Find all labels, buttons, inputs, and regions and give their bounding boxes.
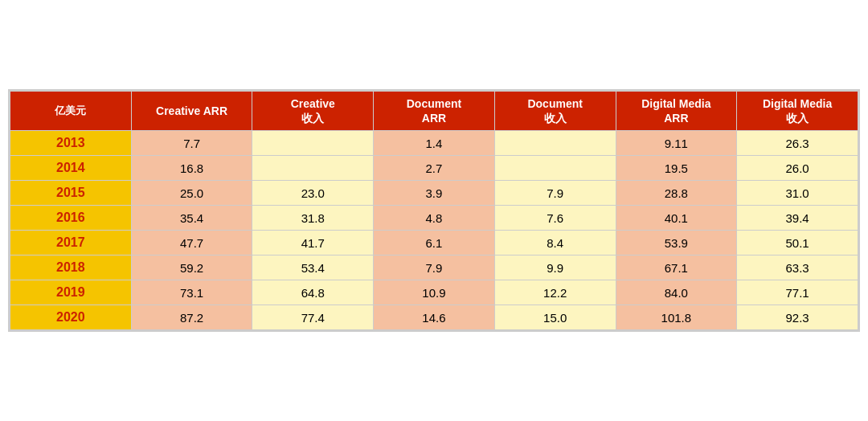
header-doc-arr: Document ARR: [374, 91, 495, 130]
data-cell: 10.9: [374, 280, 495, 305]
table-row: 201525.023.03.97.928.831.0: [10, 181, 858, 206]
data-cell: 3.9: [374, 181, 495, 206]
data-cell: 39.4: [737, 206, 858, 231]
year-cell: 2018: [10, 255, 132, 280]
table-row: 201747.741.76.18.453.950.1: [10, 231, 858, 255]
data-cell: [252, 156, 374, 181]
year-cell: 2020: [10, 305, 132, 330]
data-cell: 67.1: [616, 255, 737, 280]
data-cell: 25.0: [131, 181, 252, 206]
table-row: 201416.82.719.526.0: [10, 156, 858, 181]
year-cell: 2019: [10, 280, 132, 305]
data-cell: 4.8: [374, 206, 495, 231]
data-cell: 28.8: [616, 181, 737, 206]
data-cell: 12.2: [494, 280, 616, 305]
data-cell: 9.9: [494, 255, 616, 280]
data-cell: 41.7: [252, 231, 374, 255]
year-cell: 2014: [10, 156, 132, 181]
data-cell: 63.3: [737, 255, 858, 280]
data-cell: 59.2: [131, 255, 252, 280]
data-cell: 16.8: [131, 156, 252, 181]
data-cell: 9.11: [616, 131, 737, 156]
year-cell: 2015: [10, 181, 132, 206]
data-cell: 64.8: [252, 280, 374, 305]
header-unit: 亿美元: [10, 91, 132, 130]
header-creative-arr: Creative ARR: [131, 91, 252, 130]
data-cell: 53.4: [252, 255, 374, 280]
data-cell: 15.0: [494, 305, 616, 330]
header-dm-arr: Digital Media ARR: [616, 91, 737, 130]
data-cell: 35.4: [131, 206, 252, 231]
data-cell: 14.6: [374, 305, 495, 330]
data-cell: 31.8: [252, 206, 374, 231]
data-cell: 84.0: [616, 280, 737, 305]
data-cell: 92.3: [737, 305, 858, 330]
table-row: 201859.253.47.99.967.163.3: [10, 255, 858, 280]
data-cell: 40.1: [616, 206, 737, 231]
data-cell: 47.7: [131, 231, 252, 255]
data-cell: 53.9: [616, 231, 737, 255]
header-doc-rev: Document 收入: [494, 91, 616, 130]
table-row: 201973.164.810.912.284.077.1: [10, 280, 858, 305]
data-cell: 87.2: [131, 305, 252, 330]
data-cell: [494, 131, 616, 156]
data-cell: 50.1: [737, 231, 858, 255]
year-cell: 2016: [10, 206, 132, 231]
header-creative-rev: Creative 收入: [252, 91, 374, 130]
year-cell: 2013: [10, 131, 132, 156]
data-cell: 23.0: [252, 181, 374, 206]
data-cell: 77.4: [252, 305, 374, 330]
data-cell: 8.4: [494, 231, 616, 255]
data-cell: 6.1: [374, 231, 495, 255]
data-cell: 1.4: [374, 131, 495, 156]
data-cell: 77.1: [737, 280, 858, 305]
table-row: 202087.277.414.615.0101.892.3: [10, 305, 858, 330]
data-cell: 31.0: [737, 181, 858, 206]
year-cell: 2017: [10, 231, 132, 255]
data-cell: [252, 131, 374, 156]
data-cell: 7.6: [494, 206, 616, 231]
table-row: 20137.71.49.1126.3: [10, 131, 858, 156]
data-cell: [494, 156, 616, 181]
data-cell: 73.1: [131, 280, 252, 305]
data-cell: 26.0: [737, 156, 858, 181]
data-cell: 19.5: [616, 156, 737, 181]
data-cell: 7.9: [494, 181, 616, 206]
header-dm-rev: Digital Media 收入: [737, 91, 858, 130]
data-cell: 101.8: [616, 305, 737, 330]
data-cell: 26.3: [737, 131, 858, 156]
data-cell: 7.9: [374, 255, 495, 280]
data-cell: 2.7: [374, 156, 495, 181]
data-table: 亿美元 Creative ARR Creative 收入 Document AR…: [8, 89, 860, 332]
table-row: 201635.431.84.87.640.139.4: [10, 206, 858, 231]
data-cell: 7.7: [131, 131, 252, 156]
